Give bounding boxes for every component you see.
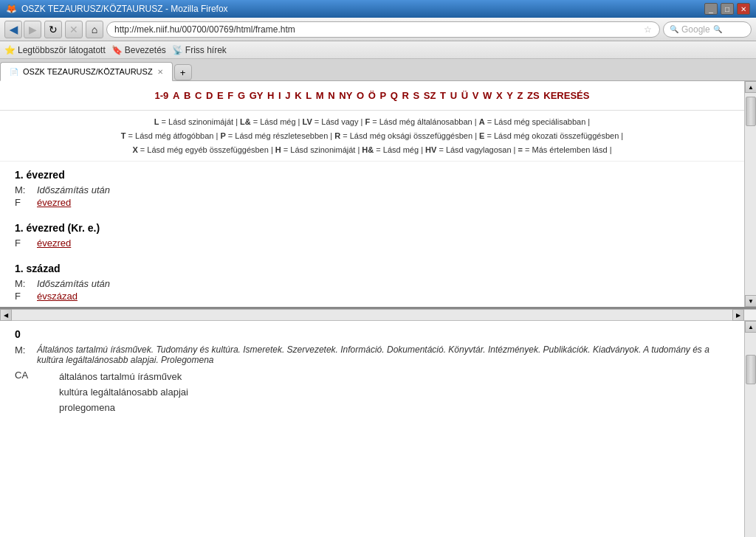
- bottom-pane-scrollbar[interactable]: ▲ ▼: [744, 321, 756, 537]
- stop-button[interactable]: ✕: [65, 21, 83, 38]
- alpha-link-L[interactable]: L: [306, 90, 312, 101]
- maximize-button[interactable]: □: [721, 3, 734, 15]
- alpha-link-Ü[interactable]: Ü: [461, 90, 468, 101]
- entry-m-text-0: Általános tartalmú írásművek. Tudomány é…: [37, 344, 729, 365]
- alpha-link-J[interactable]: J: [285, 90, 290, 101]
- entry-title-1-szazad: 1. század: [15, 263, 729, 274]
- back-button[interactable]: ◀: [4, 21, 22, 38]
- bookmark-bevezetes[interactable]: 🔖 Bevezetés: [111, 45, 166, 55]
- home-button[interactable]: ⌂: [86, 21, 103, 38]
- plus-icon: +: [180, 67, 186, 78]
- tab-favicon: 📄: [10, 68, 18, 76]
- alpha-link-D[interactable]: D: [206, 90, 213, 101]
- pane-container: 1-9 A B C D E F G GY H I J K L M N NY: [0, 81, 756, 537]
- alpha-link-S[interactable]: S: [413, 90, 420, 101]
- search-icon: 🔍: [713, 25, 722, 33]
- scrollbar-track-top: [745, 93, 756, 295]
- ca-item-2: kultúra legáltalánosabb alapjai: [59, 385, 188, 401]
- url-display: http://mek.niif.hu/00700/00769/html/fram…: [114, 24, 644, 35]
- entry-0: 0 M: Általános tartalmú írásművek. Tudom…: [15, 328, 729, 415]
- entry-link-evezred-1[interactable]: évezred: [37, 197, 71, 208]
- entry-ca-items-0: általános tartalmú írásművek kultúra leg…: [59, 370, 188, 415]
- legend: L = Lásd szinonimáját | L& = Lásd még | …: [0, 111, 744, 162]
- alpha-link-1-9[interactable]: 1-9: [155, 90, 169, 101]
- legend-line-1: L = Lásd szinonimáját | L& = Lásd még | …: [15, 115, 729, 129]
- alpha-link-K[interactable]: K: [295, 90, 301, 101]
- alpha-link-A[interactable]: A: [173, 90, 179, 101]
- entry-idoszamitas-utan-2: Időszámítás után: [37, 278, 110, 289]
- alpha-link-Ö[interactable]: Ö: [368, 90, 376, 101]
- alpha-link-SZ[interactable]: SZ: [424, 90, 436, 101]
- entry-1-szazad: 1. század M: Időszámítás után F évszázad: [15, 263, 729, 302]
- alpha-link-M[interactable]: M: [316, 90, 324, 101]
- entry-label-M: M:: [15, 184, 37, 195]
- entry-link-evszazad-1[interactable]: évszázad: [37, 291, 78, 302]
- minimize-button[interactable]: _: [704, 3, 718, 15]
- alpha-link-F[interactable]: F: [227, 90, 233, 101]
- top-pane: 1-9 A B C D E F G GY H I J K L M N NY: [0, 81, 756, 309]
- alpha-link-O[interactable]: O: [357, 90, 364, 101]
- alpha-link-H[interactable]: H: [267, 90, 274, 101]
- alpha-link-W[interactable]: W: [483, 90, 492, 101]
- alpha-link-GY[interactable]: GY: [250, 90, 264, 101]
- alpha-link-X[interactable]: X: [496, 90, 503, 101]
- forward-button[interactable]: ▶: [24, 21, 41, 38]
- title-bar-controls[interactable]: _ □ ✕: [704, 3, 750, 15]
- scrollbar-down-btn[interactable]: ▼: [745, 295, 756, 307]
- search-link[interactable]: KERESÉS: [543, 90, 589, 101]
- entry-title-1-evezred-kr-e: 1. évezred (Kr. e.): [15, 222, 729, 234]
- alpha-link-V[interactable]: V: [472, 90, 479, 101]
- hscroll-right-btn[interactable]: ▶: [732, 309, 744, 321]
- bottom-entries: 0 M: Általános tartalmú írásművek. Tudom…: [0, 321, 744, 436]
- bottom-pane: 0 M: Általános tartalmú írásművek. Tudom…: [0, 321, 756, 537]
- entry-1-evezred-kr-e: 1. évezred (Kr. e.) F évezred: [15, 222, 729, 249]
- star-icon[interactable]: ☆: [644, 24, 652, 35]
- entry-link-evezred-2[interactable]: évezred: [37, 238, 71, 249]
- alpha-link-NY[interactable]: NY: [339, 90, 352, 101]
- ca-item-3: prolegomena: [59, 401, 188, 416]
- alpha-link-I[interactable]: I: [278, 90, 281, 101]
- alpha-link-Z[interactable]: Z: [517, 90, 523, 101]
- entry-title-0: 0: [15, 328, 729, 340]
- bookmark-friss-hirek[interactable]: 📡 Friss hírek: [172, 45, 227, 55]
- most-visited-icon: ⭐: [4, 45, 16, 55]
- search-engine-icon: 🔍: [670, 25, 678, 33]
- alpha-link-E[interactable]: E: [217, 90, 224, 101]
- tab-close-icon[interactable]: ✕: [157, 68, 163, 76]
- bookmark-most-visited[interactable]: ⭐ Legtöbbször látogatott: [4, 45, 106, 55]
- top-pane-scrollbar[interactable]: ▲ ▼: [744, 81, 756, 307]
- ca-item-1: általános tartalmú írásművek: [59, 370, 188, 385]
- alpha-link-B[interactable]: B: [184, 90, 190, 101]
- scrollbar-thumb-bottom[interactable]: [746, 355, 756, 384]
- entry-row-f-1-evezred-kr-e: F évezred: [15, 237, 729, 249]
- alpha-link-P[interactable]: P: [379, 90, 386, 101]
- alpha-link-U[interactable]: U: [450, 90, 457, 101]
- alpha-link-ZS[interactable]: ZS: [527, 90, 540, 101]
- entry-label-F2: F: [15, 238, 37, 249]
- address-bar[interactable]: http://mek.niif.hu/00700/00769/html/fram…: [106, 21, 660, 38]
- content-wrapper: 1-9 A B C D E F G GY H I J K L M N NY: [0, 81, 756, 537]
- alpha-link-G[interactable]: G: [238, 90, 245, 101]
- search-box[interactable]: 🔍 Google 🔍: [663, 21, 752, 38]
- title-bar-left: 🦊 OSZK TEZAURUSZ/KÖZTAURUSZ - Mozilla Fi…: [6, 4, 228, 14]
- scrollbar-track-bottom: [745, 333, 756, 537]
- entry-row-ca-0: CA általános tartalmú írásművek kultúra …: [15, 370, 729, 415]
- refresh-button[interactable]: ↻: [44, 21, 62, 38]
- horizontal-scrollbar-top[interactable]: ◀ ▶: [0, 309, 756, 321]
- bevezetes-label: Bevezetés: [125, 45, 166, 55]
- main-content: 1-9 A B C D E F G GY H I J K L M N NY: [0, 81, 756, 537]
- alpha-link-R[interactable]: R: [402, 90, 409, 101]
- alpha-link-T[interactable]: T: [440, 90, 446, 101]
- hscroll-left-btn[interactable]: ◀: [0, 309, 12, 321]
- close-button[interactable]: ✕: [737, 3, 750, 15]
- alpha-link-N[interactable]: N: [328, 90, 334, 101]
- new-tab-button[interactable]: +: [174, 64, 192, 80]
- scrollbar-thumb-top[interactable]: [746, 97, 756, 126]
- alpha-link-Q[interactable]: Q: [391, 90, 398, 101]
- alpha-link-C[interactable]: C: [195, 90, 202, 101]
- active-tab[interactable]: 📄 OSZK TEZAURUSZ/KÖZTAURUSZ ✕: [0, 62, 173, 81]
- alpha-link-Y[interactable]: Y: [506, 90, 513, 101]
- scrollbar-up-btn[interactable]: ▲: [745, 81, 756, 93]
- entry-row-f-1-szazad: F évszázad: [15, 290, 729, 302]
- scrollbar-up-btn-bottom[interactable]: ▲: [745, 321, 756, 333]
